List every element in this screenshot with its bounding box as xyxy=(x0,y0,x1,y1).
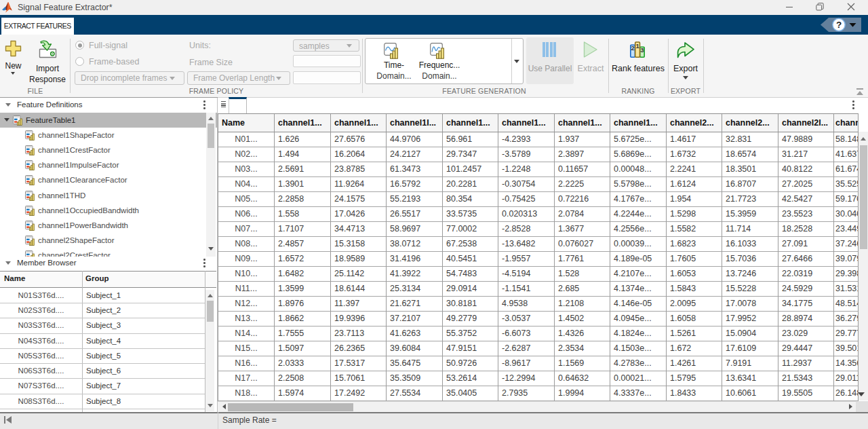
svg-text:3: 3 xyxy=(640,46,644,54)
svg-text:?: ? xyxy=(836,20,842,30)
svg-text:2: 2 xyxy=(631,44,635,52)
svg-text:1: 1 xyxy=(635,42,639,50)
